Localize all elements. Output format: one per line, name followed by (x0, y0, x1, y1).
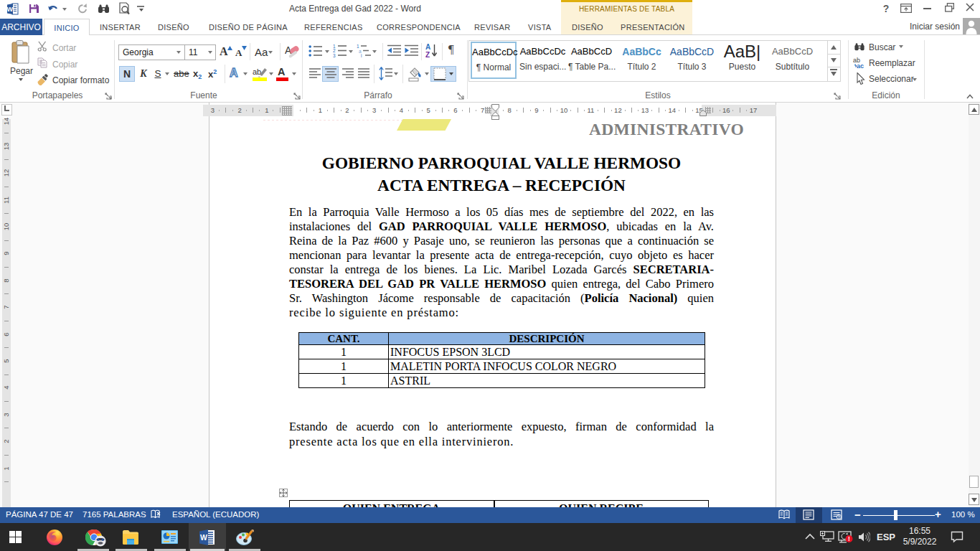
svg-text:!: ! (848, 535, 850, 542)
svg-text:A: A (425, 43, 430, 51)
svg-text:Z: Z (425, 51, 430, 58)
svg-text:i: i (361, 53, 362, 57)
svg-text:3: 3 (333, 53, 336, 58)
svg-text:W: W (6, 6, 13, 13)
svg-text:ac: ac (857, 62, 864, 69)
svg-text:W: W (200, 533, 207, 542)
